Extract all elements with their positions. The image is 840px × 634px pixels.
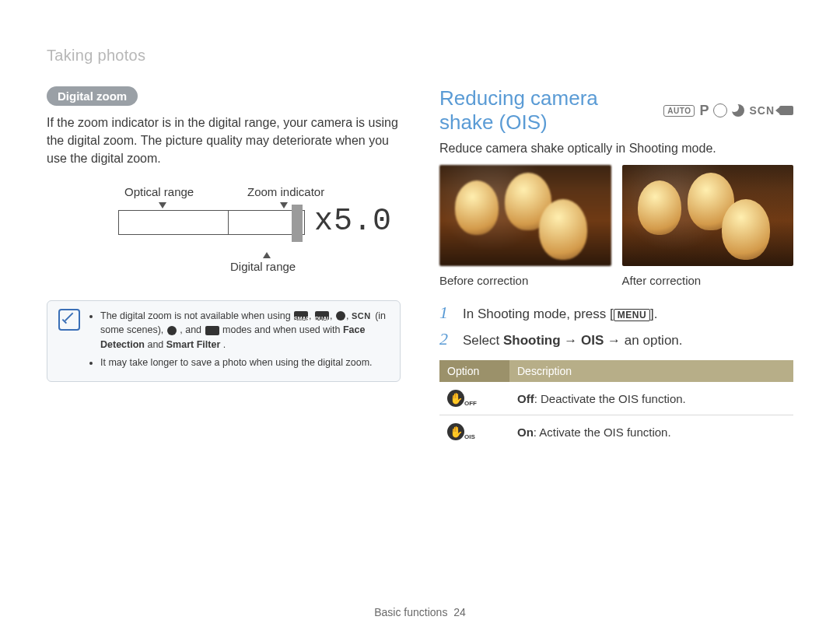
note-icon [58,309,80,331]
mode-scn-inline: SCN [352,310,371,323]
mode-timer-icon [336,311,345,321]
note-text: , and [180,324,204,335]
options-table: Option Description ✋OFF Off: Deactivate … [439,360,793,448]
ois-subtitle: Reduce camera shake optically in Shootin… [439,139,793,157]
photo-face [722,199,770,260]
menu-button-icon: MENU [614,309,650,321]
step-text-part: Select [463,333,503,348]
step-bold: Shooting [503,333,561,348]
zoom-bar-indicator [292,205,303,242]
table-row: ✋OIS On: Activate the OIS function. [439,415,793,449]
step-bold: OIS [581,333,604,348]
right-column: Reducing camera shake (OIS) AUTO P SCN R… [439,86,793,448]
ois-on-icon: ✋ [447,423,464,440]
mode-dual-icon: DUAL [315,311,329,321]
zoom-indicator-label: Zoom indicator [247,185,324,198]
comparison-photos: Before correction After correction [439,165,793,287]
title-text: Reducing camera shake (OIS) [439,86,654,135]
option-desc: : Deactivate the OIS function. [534,392,686,405]
before-cell: Before correction [439,165,611,287]
mode-night-icon [732,104,744,117]
note-text: and [147,339,166,350]
photo-face [638,180,681,235]
zoom-bar [118,210,305,235]
steps-list: 1 In Shooting mode, press [MENU]. 2 Sele… [439,303,793,349]
step-arrow: → [561,333,581,348]
note-list: The digital zoom is not available when u… [89,309,389,373]
note-item: It may take longer to save a photo when … [100,356,389,370]
left-column: Digital zoom If the zoom indicator is in… [47,86,401,448]
zoom-diagram: Optical range Zoom indicator x5.0 Digita… [47,185,401,278]
note-box: The digital zoom is not available when u… [47,300,401,382]
smart-filter-label: Smart Filter [166,339,220,350]
zoom-readout: x5.0 [314,204,392,239]
digital-zoom-badge: Digital zoom [47,86,138,106]
footer-page-number: 24 [453,606,466,618]
option-icon-cell: ✋OFF [439,382,509,415]
ois-section-title: Reducing camera shake (OIS) AUTO P SCN [439,86,793,135]
page-footer: Basic functions 24 [47,606,793,618]
note-text: modes and when used with [222,324,343,335]
mode-auto-icon: AUTO [663,105,695,117]
manual-page: Taking photos Digital zoom If the zoom i… [0,0,840,634]
note-text: . [223,339,226,350]
table-header-row: Option Description [439,360,793,382]
after-cell: After correction [622,165,794,287]
zoom-bar-outline [118,210,305,235]
mode-video-icon [779,106,793,115]
ois-off-sub: OFF [464,400,477,407]
ois-on-sub: OIS [464,433,475,440]
mode-icon-row: AUTO P SCN [663,103,793,119]
option-desc-cell: On: Activate the OIS function. [509,415,793,449]
optical-range-label: Optical range [124,185,194,198]
breadcrumb: Taking photos [47,47,793,65]
note-item: The digital zoom is not available when u… [100,309,389,352]
digital-zoom-paragraph: If the zoom indicator is in the digital … [47,114,401,168]
arrow-icon [280,202,288,208]
step-text-part: In Shooting mode, press [ [463,306,614,321]
mode-timer-icon [713,103,727,117]
photo-face [455,180,499,235]
after-photo [622,165,794,266]
before-caption: Before correction [439,274,611,287]
note-text: The digital zoom is not available when u… [100,310,293,321]
mode-smart-icon: SMART [294,311,308,321]
mode-scn-icon: SCN [749,104,775,117]
step-text: Select Shooting → OIS → an option. [463,333,793,349]
mode-nightmoon-icon [167,326,177,335]
digital-range-label: Digital range [230,260,296,273]
mode-p-icon: P [699,103,709,119]
footer-section: Basic functions [374,606,447,618]
option-desc: : Activate the OIS function. [534,426,671,439]
option-icon-cell: ✋OIS [439,415,509,449]
before-photo [439,165,611,266]
table-header-option: Option [439,360,509,382]
step-text-part: ]. [650,306,657,321]
step-text-part: → an option. [604,333,682,348]
two-column-layout: Digital zoom If the zoom indicator is in… [47,86,793,448]
after-caption: After correction [622,274,794,287]
table-row: ✋OFF Off: Deactivate the OIS function. [439,382,793,415]
table-header-description: Description [509,360,793,382]
step-number: 1 [439,303,458,323]
option-label: On [517,426,534,439]
option-desc-cell: Off: Deactivate the OIS function. [509,382,793,415]
option-label: Off [517,392,534,405]
arrow-icon [263,252,271,258]
step-text: In Shooting mode, press [MENU]. [463,306,793,322]
mode-video-icon [205,326,219,335]
photo-face [539,199,587,260]
zoom-bar-divider [228,211,229,234]
arrow-icon [159,202,166,208]
ois-off-icon: ✋ [447,390,464,407]
step-number: 2 [439,329,458,349]
